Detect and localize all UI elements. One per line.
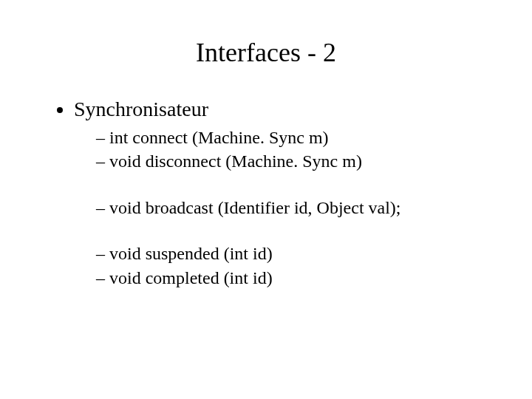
bullet-text: void completed (int id)	[109, 268, 273, 287]
list-item: void disconnect (Machine. Sync m)	[96, 149, 488, 173]
list-item: Synchronisateur int connect (Machine. Sy…	[74, 98, 488, 290]
bullet-list-level1: Synchronisateur int connect (Machine. Sy…	[44, 98, 488, 290]
slide-title: Interfaces - 2	[44, 37, 488, 68]
bullet-text: void disconnect (Machine. Sync m)	[109, 151, 362, 171]
bullet-text: void suspended (int id)	[109, 244, 273, 263]
list-item: void completed (int id)	[96, 266, 488, 290]
bullet-text: Synchronisateur	[74, 98, 208, 120]
list-item: int connect (Machine. Sync m)	[96, 126, 488, 149]
list-item: void suspended (int id)	[96, 242, 488, 265]
list-item: void broadcast (Identifier id, Object va…	[96, 196, 488, 219]
bullet-text: int connect (Machine. Sync m)	[109, 128, 329, 147]
slide: Interfaces - 2 Synchronisateur int conne…	[0, 0, 532, 399]
bullet-list-level2: int connect (Machine. Sync m) void disco…	[74, 126, 488, 290]
bullet-text: void broadcast (Identifier id, Object va…	[109, 198, 401, 217]
